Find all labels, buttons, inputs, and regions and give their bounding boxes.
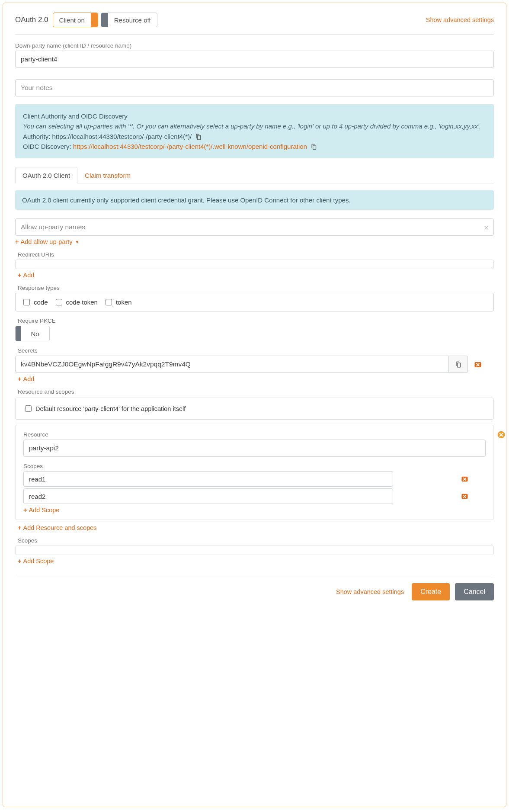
allow-upparty-section: + Add allow up-party ▼	[15, 218, 494, 245]
toggle-handle	[91, 13, 98, 27]
secret-input[interactable]	[15, 356, 449, 373]
default-resource-card: Default resource 'party-client4' for the…	[15, 398, 494, 420]
allow-upparty-input-wrap	[15, 218, 494, 236]
authority-value: https://localhost:44330/testcorp/-/party…	[52, 133, 192, 140]
tab-claim-transform[interactable]: Claim transform	[77, 167, 138, 183]
scope-row	[23, 471, 486, 487]
add-outer-scope-button[interactable]: + Add Scope	[18, 558, 54, 565]
client-toggle-label: Client on	[53, 16, 91, 24]
response-type-option[interactable]: code token	[54, 298, 98, 307]
discovery-label: OIDC Discovery:	[23, 143, 73, 150]
default-resource-option[interactable]: Default resource 'party-client4' for the…	[23, 404, 486, 413]
clear-icon[interactable]	[483, 224, 490, 231]
add-secret-button[interactable]: + Add	[18, 376, 34, 382]
authority-label: Authority:	[23, 133, 52, 140]
plus-icon: +	[18, 272, 21, 279]
authority-info-box: Client Authority and OIDC Discovery You …	[15, 104, 494, 158]
client-toggle[interactable]: Client on	[53, 13, 98, 27]
plus-icon: +	[18, 524, 21, 531]
outer-scopes-label: Scopes	[18, 537, 494, 544]
checkbox-code[interactable]	[23, 299, 30, 305]
outer-scopes-empty-input[interactable]	[15, 546, 494, 555]
clipboard-icon[interactable]	[195, 132, 202, 141]
add-secret-label: Add	[23, 376, 34, 382]
delete-resource-icon[interactable]	[497, 430, 506, 441]
plus-icon: +	[23, 507, 27, 514]
pkce-value: No	[21, 330, 49, 337]
checkbox-code-token[interactable]	[56, 299, 62, 305]
add-resource-button[interactable]: + Add Resource and scopes	[18, 524, 97, 531]
resource-scopes-section: Resource and scopes Default resource 'pa…	[15, 388, 494, 531]
add-scope-button[interactable]: + Add Scope	[23, 507, 59, 514]
discovery-link[interactable]: https://localhost:44330/testcorp/-/party…	[73, 143, 307, 150]
default-resource-text: Default resource 'party-client4' for the…	[35, 405, 186, 412]
response-types-section: Response types code code token token	[15, 285, 494, 311]
secret-row	[15, 356, 494, 373]
cancel-button[interactable]: Cancel	[455, 583, 494, 600]
delete-secret-icon[interactable]	[474, 360, 482, 369]
scopes-label: Scopes	[23, 463, 486, 469]
checkbox-token[interactable]	[106, 299, 112, 305]
pkce-label: Require PKCE	[18, 318, 494, 324]
page-title: OAuth 2.0	[15, 16, 53, 24]
create-button[interactable]: Create	[412, 583, 450, 600]
delete-scope-icon[interactable]	[461, 492, 468, 501]
response-types-row: code code token token	[15, 293, 494, 311]
toggle-group: Client on Resource off	[53, 13, 157, 27]
checkbox-default-resource[interactable]	[25, 405, 32, 412]
authority-heading: Client Authority and OIDC Discovery	[23, 111, 486, 121]
pkce-section: Require PKCE No	[15, 318, 494, 341]
scope-input[interactable]	[23, 488, 393, 504]
response-types-label: Response types	[18, 285, 494, 291]
add-redirect-label: Add	[23, 272, 34, 279]
oauth-config-panel: OAuth 2.0 Client on Resource off Show ad…	[3, 3, 506, 807]
down-party-input[interactable]	[15, 51, 494, 68]
redirect-label: Redirect URIs	[18, 251, 494, 258]
toggle-handle	[101, 13, 108, 27]
scope-row	[23, 488, 486, 504]
add-scope-label: Add Scope	[29, 507, 59, 514]
redirect-section: Redirect URIs + Add	[15, 251, 494, 279]
notes-section	[15, 79, 494, 96]
toggle-handle	[16, 326, 21, 341]
plus-icon: +	[18, 376, 21, 382]
caret-down-icon: ▼	[75, 240, 80, 244]
header: OAuth 2.0 Client on Resource off Show ad…	[15, 13, 494, 35]
plus-icon: +	[18, 558, 21, 565]
clipboard-icon[interactable]	[311, 141, 317, 151]
show-advanced-link[interactable]: Show advanced settings	[426, 16, 494, 23]
secrets-label: Secrets	[18, 347, 494, 354]
copy-secret-button[interactable]	[449, 356, 468, 373]
down-party-label: Down-party name (client ID / resource na…	[15, 42, 494, 49]
outer-scopes-section: Scopes + Add Scope	[15, 537, 494, 565]
add-resource-label: Add Resource and scopes	[23, 524, 96, 531]
add-redirect-button[interactable]: + Add	[18, 272, 34, 279]
secrets-section: Secrets + Add	[15, 347, 494, 382]
show-advanced-footer-link[interactable]: Show advanced settings	[336, 588, 404, 595]
footer: Show advanced settings Create Cancel	[15, 576, 494, 600]
allow-upparty-input[interactable]	[15, 218, 494, 236]
add-allow-label: Add allow up-party	[20, 238, 72, 245]
resource-card: Resource Scopes + Add Scope	[15, 425, 494, 520]
down-party-section: Down-party name (client ID / resource na…	[15, 42, 494, 68]
redirect-empty-input[interactable]	[15, 260, 494, 269]
add-allow-upparty-button[interactable]: + Add allow up-party ▼	[15, 238, 79, 245]
resource-label: Resource	[23, 431, 486, 438]
plus-icon: +	[15, 238, 19, 245]
tab-oauth-client[interactable]: OAuth 2.0 Client	[15, 167, 77, 183]
scope-input[interactable]	[23, 471, 393, 487]
delete-scope-icon[interactable]	[461, 475, 468, 483]
response-type-option[interactable]: token	[104, 298, 132, 307]
tab-strip: OAuth 2.0 Client Claim transform	[15, 167, 494, 183]
secret-input-group	[15, 356, 468, 373]
response-type-option[interactable]: code	[22, 298, 48, 307]
resource-input[interactable]	[23, 440, 486, 457]
client-notice: OAuth 2.0 client currently only supporte…	[15, 190, 494, 210]
resource-toggle[interactable]: Resource off	[101, 13, 157, 27]
authority-hint: You can selecting all up-parties with '*…	[23, 122, 481, 130]
add-outer-scope-label: Add Scope	[23, 558, 54, 565]
pkce-toggle[interactable]: No	[15, 326, 50, 341]
resource-scopes-label: Resource and scopes	[18, 388, 494, 395]
resource-toggle-label: Resource off	[108, 16, 157, 24]
notes-input[interactable]	[15, 79, 494, 96]
